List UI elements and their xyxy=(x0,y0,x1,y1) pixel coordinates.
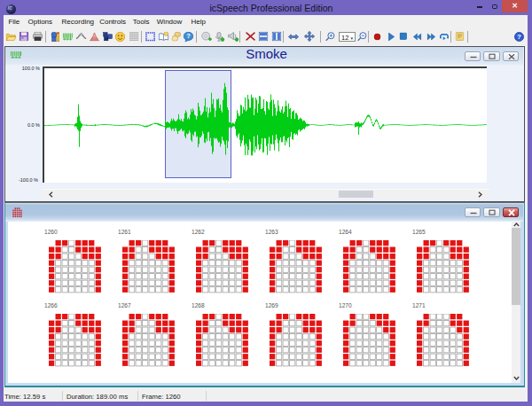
svg-text:?: ? xyxy=(517,33,521,41)
svg-text:?: ? xyxy=(186,32,191,40)
